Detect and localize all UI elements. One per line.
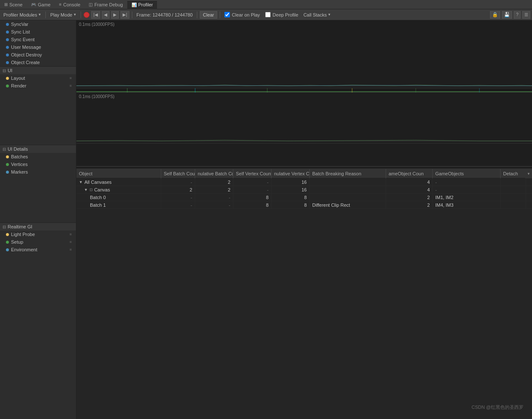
th-batch-reason[interactable]: Batch Breaking Reason (310, 169, 386, 178)
usermessage-dot (6, 46, 9, 49)
table-body[interactable]: ▼ All Canvases - 2 - 16 4 - ▼ (76, 178, 532, 419)
td-gameobjs-batch0: IM1, IM2 (433, 194, 501, 201)
td-self-batch-batch0: - (161, 194, 195, 201)
next-frame-button[interactable]: ▶ (111, 11, 119, 19)
separator-3 (132, 11, 132, 18)
td-cum-vert-batch0: 8 (272, 194, 310, 201)
sidebar-item-markers[interactable]: Markers (0, 168, 76, 176)
th-self-vert[interactable]: Self Vertex Count (233, 169, 272, 178)
th-gameobj-count[interactable]: ameObject Coun (386, 169, 433, 178)
modules-dropdown-arrow: ▼ (38, 13, 41, 17)
sidebar-item-environment-label: Environment (11, 247, 37, 252)
th-detach-label: Detach (503, 171, 518, 176)
ui-details-chart-svg (76, 93, 532, 143)
ui-section-label: UI (8, 68, 12, 73)
sidebar-item-usermessage-label: User Message (11, 45, 41, 50)
th-gameobjs[interactable]: GameObjects (433, 169, 501, 178)
table-row[interactable]: Batch 0 - - 8 8 2 IM1, IM2 (76, 194, 532, 201)
next-frame-end-button[interactable]: ▶| (120, 11, 129, 19)
canvas-expand[interactable]: ▼ (84, 188, 88, 192)
td-batch-reason-all-canvases (310, 178, 386, 186)
td-cum-batch-batch0: - (195, 194, 233, 201)
help-button[interactable]: ? (514, 11, 521, 19)
menu-button[interactable]: ☰ (522, 11, 530, 19)
prev-frame-start-button[interactable]: |◀ (91, 11, 100, 19)
sidebar-item-syncvar-label: SyncVar (11, 22, 28, 27)
td-gameobj-count-all-canvases: 4 (386, 178, 433, 186)
lock-button[interactable]: 🔒 (490, 11, 500, 19)
tab-frame-debug[interactable]: ◫ Frame Debug (84, 0, 127, 9)
sidebar-item-environment[interactable]: Environment ≡ (0, 246, 76, 253)
play-mode-label: Play Mode (50, 12, 72, 17)
th-object[interactable]: Object (76, 169, 161, 178)
th-detach[interactable]: Detach (501, 169, 526, 178)
sidebar-item-setup[interactable]: Setup ≡ (0, 238, 76, 246)
clear-on-play-checkbox[interactable]: Clear on Play (223, 11, 262, 19)
td-cum-batch-canvas: 2 (195, 186, 233, 194)
th-cum-vert[interactable]: nulative Vertex Co (272, 169, 310, 178)
record-button[interactable] (84, 12, 90, 18)
clear-button[interactable]: Clear (200, 11, 217, 19)
tab-console-label: Console (63, 2, 80, 7)
td-gameobjs-canvas: - (433, 186, 501, 194)
sidebar-item-syncevent[interactable]: Sync Event (0, 36, 76, 43)
table-row[interactable]: Batch 1 - - 8 8 Different Clip Rect 2 IM… (76, 201, 532, 209)
tab-scene[interactable]: ⊞ Scene (0, 0, 27, 9)
deep-profile-checkbox[interactable]: Deep Profile (263, 11, 300, 19)
prev-frame-button[interactable]: ◀ (102, 11, 109, 19)
sidebar-item-layout[interactable]: Layout ≡ (0, 74, 76, 82)
tab-profiler[interactable]: 📊 Profiler (127, 0, 157, 9)
sidebar-item-batches[interactable]: Batches (0, 153, 76, 160)
timeline-bar[interactable] (76, 88, 532, 93)
th-object-label: Object (79, 171, 92, 176)
realtime-gi-section-label: Realtime GI (8, 224, 32, 229)
sidebar-item-lightprobe[interactable]: Light Probe ≡ (0, 231, 76, 238)
call-stacks-dropdown[interactable]: Call Stacks ▼ (302, 11, 333, 19)
profiler-modules-dropdown[interactable]: Profiler Modules ▼ (2, 11, 43, 19)
table-row[interactable]: ▼ All Canvases - 2 - 16 4 - (76, 178, 532, 186)
clear-on-play-check[interactable] (224, 12, 230, 17)
ui-details-chart-label: 0.1ms (10000FPS) (79, 94, 115, 99)
tab-game[interactable]: 🎮 Game (27, 0, 55, 9)
sidebar-item-objectdestroy[interactable]: Object Destroy (0, 51, 76, 59)
setup-dot (6, 241, 9, 244)
environment-dot (6, 248, 9, 251)
sidebar-item-vertices[interactable]: Vertices (0, 160, 76, 168)
th-cum-batch[interactable]: nulative Batch Co (195, 169, 233, 178)
play-mode-dropdown[interactable]: Play Mode ▼ (48, 11, 78, 19)
td-batch-reason-canvas (310, 186, 386, 194)
tab-console[interactable]: ≡ Console (55, 0, 84, 9)
deep-profile-check[interactable] (265, 12, 271, 17)
sidebar-section-ui-details[interactable]: ⊟ UI Details (0, 145, 76, 153)
td-self-batch-batch1: - (161, 201, 195, 209)
th-gameobjs-label: GameObjects (435, 171, 464, 176)
tab-scene-label: Scene (9, 2, 22, 7)
sidebar-section-realtime-gi[interactable]: ⊟ Realtime GI (0, 222, 76, 231)
td-self-batch-all-canvases: - (161, 178, 195, 186)
sidebar-item-synclist[interactable]: Sync List (0, 28, 76, 36)
th-gameobj-count-label: ameObject Coun (389, 171, 424, 176)
sidebar-item-usermessage[interactable]: User Message (0, 43, 76, 51)
save-button[interactable]: 💾 (502, 11, 512, 19)
td-object-batch0: Batch 0 (76, 194, 161, 201)
sidebar-section-ui[interactable]: ⊟ UI (0, 66, 76, 74)
watermark: CSDN @红黑色的圣西罗 (472, 404, 524, 411)
sidebar-item-vertices-label: Vertices (11, 162, 28, 167)
syncevent-dot (6, 38, 9, 41)
sidebar-item-syncvar[interactable]: SyncVar (0, 20, 76, 28)
sidebar-item-objectcreate[interactable]: Object Create (0, 59, 76, 66)
th-self-batch[interactable]: Self Batch Count (161, 169, 195, 178)
sidebar-item-render-label: Render (11, 83, 26, 88)
sidebar-item-render[interactable]: Render ≡ (0, 82, 76, 90)
td-self-vert-batch0: 8 (233, 194, 272, 201)
deep-profile-label: Deep Profile (273, 12, 299, 17)
canvas-label: Canvas (94, 187, 110, 192)
ui-details-section-icon: ⊟ (3, 147, 6, 152)
realtime-gi-section-icon: ⊟ (3, 225, 6, 229)
realtime-gi-chart-panel (76, 143, 532, 169)
td-self-vert-batch1: 8 (233, 201, 272, 209)
all-canvases-expand[interactable]: ▼ (79, 180, 83, 184)
table-row[interactable]: ▼ ⊡ Canvas 2 2 - 16 4 - (76, 186, 532, 194)
lightprobe-handle: ≡ (70, 232, 72, 236)
sidebar-item-markers-label: Markers (11, 169, 28, 174)
